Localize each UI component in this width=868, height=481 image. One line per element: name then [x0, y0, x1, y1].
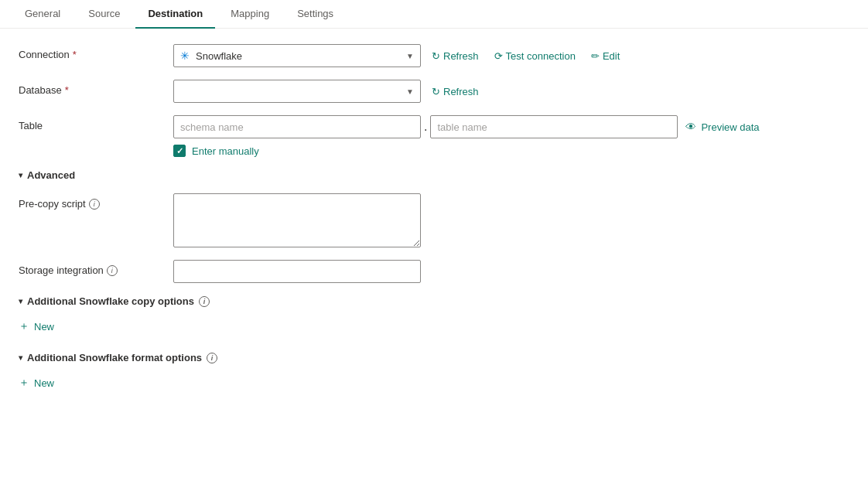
advanced-toggle-button[interactable]: ▾ Advanced [19, 169, 75, 181]
format-options-section: ▾ Additional Snowflake format options i … [19, 352, 832, 393]
connection-required: * [73, 49, 77, 60]
test-connection-icon: ⟳ [494, 50, 503, 62]
connection-chevron-icon: ▼ [406, 52, 414, 60]
copy-options-chevron-icon: ▾ [19, 297, 22, 305]
advanced-chevron-icon: ▾ [19, 171, 22, 179]
connection-controls: ✳ Snowflake ▼ ↻ Refresh ⟳ Test connectio… [173, 44, 624, 67]
tab-destination[interactable]: Destination [135, 0, 215, 29]
pre-copy-script-row: Pre-copy script i [19, 193, 832, 247]
pre-copy-script-controls [173, 193, 421, 247]
test-connection-button[interactable]: ⟳ Test connection [490, 47, 580, 65]
connection-row: Connection * ✳ Snowflake ▼ ↻ Refresh ⟳ T… [19, 44, 832, 67]
format-options-info-icon[interactable]: i [207, 353, 217, 363]
tab-general[interactable]: General [12, 0, 73, 29]
preview-icon: 👁 [685, 121, 696, 133]
database-required: * [65, 84, 69, 96]
enter-manually-checkbox[interactable] [173, 145, 186, 157]
dot-separator: . [424, 120, 427, 134]
db-refresh-icon: ↻ [432, 86, 440, 97]
connection-refresh-button[interactable]: ↻ Refresh [427, 47, 484, 65]
format-options-chevron-icon: ▾ [19, 353, 22, 362]
database-chevron-icon: ▼ [406, 87, 414, 96]
edit-icon: ✏ [591, 50, 600, 62]
preview-data-button[interactable]: 👁 Preview data [681, 118, 764, 136]
edit-connection-button[interactable]: ✏ Edit [586, 47, 624, 65]
database-row: Database * ▼ ↻ Refresh [19, 80, 832, 103]
storage-integration-controls [173, 260, 421, 283]
refresh-icon: ↻ [432, 50, 440, 62]
copy-options-new-button[interactable]: ＋ New [19, 316, 54, 336]
pre-copy-script-label: Pre-copy script i [19, 193, 173, 210]
connection-label: Connection * [19, 44, 173, 60]
copy-options-plus-icon: ＋ [19, 319, 29, 333]
storage-integration-label: Storage integration i [19, 260, 173, 276]
format-options-new-button[interactable]: ＋ New [19, 373, 54, 393]
pre-copy-script-textarea[interactable] [173, 193, 421, 247]
storage-integration-row: Storage integration i [19, 260, 832, 283]
database-refresh-button[interactable]: ↻ Refresh [427, 83, 484, 101]
connection-select[interactable]: ✳ Snowflake ▼ [173, 44, 421, 67]
format-options-plus-icon: ＋ [19, 376, 29, 390]
storage-info-icon[interactable]: i [107, 265, 118, 276]
tab-settings[interactable]: Settings [285, 0, 346, 29]
table-label: Table [19, 115, 173, 131]
snowflake-icon: ✳ [180, 49, 190, 62]
table-controls: . 👁 Preview data Enter manually [173, 115, 764, 157]
copy-options-toggle-button[interactable]: ▾ Additional Snowflake copy options i [19, 295, 210, 307]
storage-integration-input[interactable] [173, 260, 421, 283]
tab-mapping[interactable]: Mapping [218, 0, 282, 29]
database-controls: ▼ ↻ Refresh [173, 80, 484, 103]
schema-input[interactable] [173, 115, 421, 138]
destination-form: Connection * ✳ Snowflake ▼ ↻ Refresh ⟳ T… [0, 29, 851, 424]
copy-options-info-icon[interactable]: i [199, 296, 210, 307]
format-options-toggle-button[interactable]: ▾ Additional Snowflake format options i [19, 352, 217, 363]
copy-options-section: ▾ Additional Snowflake copy options i ＋ … [19, 295, 832, 336]
pre-copy-info-icon[interactable]: i [89, 199, 100, 210]
enter-manually-label: Enter manually [192, 145, 259, 157]
tab-source[interactable]: Source [76, 0, 132, 29]
enter-manually-row: Enter manually [173, 145, 764, 157]
database-label: Database * [19, 80, 173, 96]
table-row: Table . 👁 Preview data Enter manually [19, 115, 832, 157]
tab-bar: General Source Destination Mapping Setti… [0, 0, 868, 29]
database-select[interactable]: ▼ [173, 80, 421, 103]
table-name-input[interactable] [430, 115, 678, 138]
